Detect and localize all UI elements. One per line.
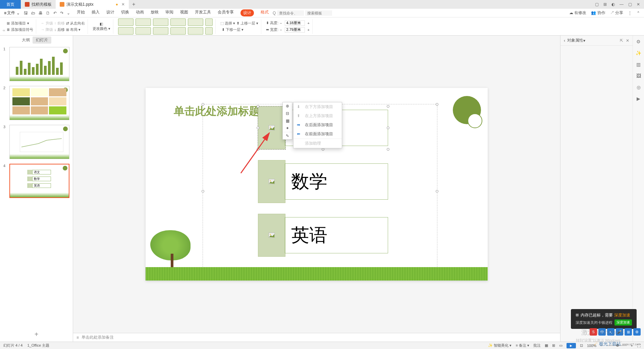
layout-button[interactable]: ⊞ 布局 ▾ (66, 27, 80, 32)
add-slide-button[interactable]: + (0, 327, 73, 342)
notes-toggle[interactable]: ≡ 备注 ▾ (516, 343, 529, 348)
hamburger-icon[interactable]: ≡ (4, 11, 6, 15)
menu-add-assistant[interactable]: 添加助理 (293, 139, 342, 148)
tab-view[interactable]: 视图 (180, 9, 188, 16)
menu-add-after[interactable]: ➡在后面添加项目 (293, 120, 342, 130)
tab-slideshow[interactable]: 放映 (151, 9, 159, 16)
style-preset[interactable] (118, 18, 133, 26)
smartart-text-3[interactable]: 英语 (285, 217, 388, 253)
style-preset[interactable] (188, 18, 203, 26)
tab-devtools[interactable]: 开发工具 (195, 9, 211, 16)
backward-button[interactable]: ↓ 后移 (54, 27, 65, 32)
view-sorter-icon[interactable]: ⊞ (552, 343, 555, 348)
tab-animation[interactable]: 动画 (136, 9, 144, 16)
slides-tab[interactable]: 幻灯片 (33, 37, 51, 44)
style-preset[interactable] (153, 27, 168, 35)
tool-template-icon[interactable]: ▥ (636, 62, 641, 67)
collab-button[interactable]: 👥 协作 (591, 10, 605, 16)
more-menu-icon[interactable]: ⋮ (628, 11, 632, 15)
outline-tab[interactable]: 大纲 (22, 37, 30, 43)
close-icon[interactable]: ✕ (121, 2, 125, 7)
tab-start[interactable]: 开始 (77, 9, 85, 16)
toolbar-add-below-icon[interactable]: ⊕ (283, 102, 292, 110)
apps-icon[interactable]: ⊞ (603, 2, 607, 7)
fit-icon[interactable]: ⊡ (580, 343, 583, 348)
tab-design[interactable]: 设计 (106, 9, 114, 16)
style-more[interactable] (205, 18, 213, 26)
pin-icon[interactable]: ⇱ (620, 38, 623, 43)
forward-button[interactable]: ↑ 前移 (54, 21, 65, 26)
change-color-button[interactable]: ◧更改颜色 ▾ (93, 22, 110, 31)
template-tab[interactable]: 找稻壳模板 (21, 0, 56, 9)
add-bullet-button[interactable]: ≣添加项目符号 (7, 27, 33, 32)
save-icon[interactable]: 🖫 (24, 11, 28, 15)
style-preset[interactable] (136, 18, 151, 26)
upgrade-button[interactable]: ← 升级 (41, 21, 53, 26)
slide-stage[interactable]: 单击此处添加标题 (73, 36, 560, 333)
print-icon[interactable]: 🖶 (39, 11, 43, 15)
slide-thumb-4[interactable]: 语文 数学 英语 (9, 164, 69, 198)
file-menu[interactable]: 文件⌄ (7, 10, 20, 16)
tab-format-context[interactable]: 格式 (261, 9, 269, 16)
preview-icon[interactable]: 🗋 (46, 11, 50, 15)
ltr-button[interactable]: ⇄ 从左向右 (66, 21, 85, 26)
redo-icon[interactable]: ↷ (60, 11, 63, 15)
collapse-panel-icon[interactable]: ‹‹ (3, 28, 5, 32)
downgrade-button[interactable]: → 降级 (41, 27, 53, 32)
style-preset[interactable] (170, 18, 186, 26)
ime-keyboard-icon[interactable]: ⊞ (625, 328, 632, 336)
tab-member[interactable]: 会员专享 (218, 9, 234, 16)
minimize-icon[interactable]: — (620, 2, 624, 7)
smartart-text-2[interactable]: 数学 (285, 163, 388, 200)
new-tab-button[interactable]: + (129, 1, 139, 7)
current-doc-tab[interactable]: 演示文稿1.pptx ● ✕ (56, 0, 129, 9)
undo-icon[interactable]: ↶ (53, 11, 57, 15)
search-input-1[interactable] (277, 10, 304, 16)
tool-location-icon[interactable]: ◎ (637, 85, 641, 90)
toolbar-shape-icon[interactable]: ▦ (283, 117, 292, 124)
tab-review[interactable]: 审阅 (165, 9, 173, 16)
toolbar-org-icon[interactable]: ⊟ (283, 110, 292, 117)
open-icon[interactable]: 🗁 (31, 11, 35, 15)
home-tab[interactable]: 首页 (0, 0, 21, 9)
menu-add-above[interactable]: ⬆在上方添加项目 (293, 111, 342, 120)
up-layer-button[interactable]: ⬆ 上移一层 ▾ (236, 21, 258, 26)
slideshow-button[interactable]: ▶ (567, 343, 576, 348)
view-reading-icon[interactable]: ▭ (559, 343, 562, 348)
style-preset[interactable] (188, 27, 203, 35)
smartart-image-1[interactable] (258, 106, 285, 149)
tab-design-context[interactable]: 设计 (240, 9, 254, 16)
menu-add-below[interactable]: ⬇在下方添加项目 (293, 102, 342, 111)
layout-icon[interactable]: ▢ (595, 2, 599, 7)
width-input[interactable] (285, 27, 305, 33)
select-button[interactable]: ⬚ 选择 ▾ (220, 21, 235, 26)
ime-settings-icon[interactable]: ⚙ (633, 328, 641, 336)
accelerate-button[interactable]: 深度加速 (614, 319, 632, 326)
height-input[interactable] (285, 20, 305, 26)
style-preset[interactable] (170, 27, 186, 35)
notes-placeholder[interactable]: 单击此处添加备注 (82, 335, 114, 340)
smartart-image-3[interactable] (258, 214, 285, 257)
cloud-modified[interactable]: ☁ 有修改 (569, 10, 586, 16)
collapse-ribbon-icon[interactable]: ⌃ (637, 11, 640, 15)
notes-bar[interactable]: ≡ 单击此处添加备注 (73, 333, 560, 342)
skin-icon[interactable]: ◐ (611, 2, 615, 7)
down-layer-button[interactable]: ⬇ 下移一层 ▾ (222, 27, 244, 32)
menu-add-before[interactable]: ⬅在前面添加项目 (293, 130, 342, 139)
smartart-image-2[interactable] (258, 160, 285, 203)
tab-insert[interactable]: 插入 (92, 9, 100, 16)
maximize-icon[interactable]: ▢ (628, 2, 632, 7)
tool-image-icon[interactable]: 🖼 (636, 73, 641, 79)
more-icon[interactable]: ⌄ (67, 11, 70, 15)
view-normal-icon[interactable]: ▦ (545, 343, 548, 348)
style-more[interactable] (205, 27, 213, 35)
tool-style-icon[interactable]: ✨ (636, 50, 641, 56)
slide-thumb-3[interactable] (9, 125, 69, 159)
add-item-button[interactable]: ⊞添加项目▾ (7, 21, 33, 26)
style-preset[interactable] (118, 27, 133, 35)
tab-transition[interactable]: 切换 (121, 9, 129, 16)
close-window-icon[interactable]: ✕ (637, 2, 640, 7)
style-preset[interactable] (153, 18, 168, 26)
smart-beautify-button[interactable]: ✨ 智能美化 ▾ (488, 343, 512, 348)
slide-thumb-1[interactable] (9, 47, 69, 81)
